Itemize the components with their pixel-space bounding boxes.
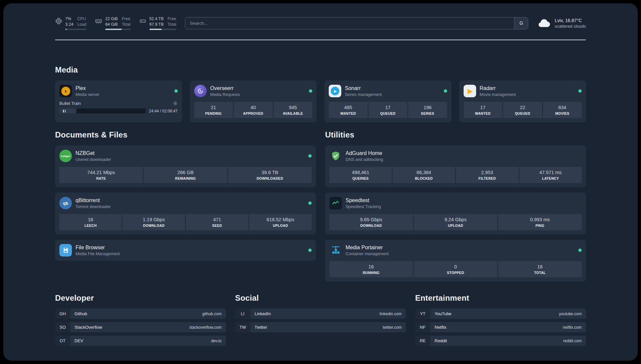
bookmark-reddit[interactable]: RE Redditreddit.com <box>415 336 586 346</box>
bookmark-name: Twitter <box>255 325 267 330</box>
stat-value: 196 <box>409 105 446 110</box>
service-name: Plex <box>76 85 99 91</box>
bookmark-linkedin[interactable]: LI LinkedInlinkedin.com <box>235 309 406 319</box>
service-card-qbittorrent[interactable]: qb qBittorrent Torrent downloader 16LEEC… <box>55 193 316 234</box>
bookmark-dev[interactable]: DT DEVdev.to <box>55 336 226 346</box>
section-title-social: Social <box>235 293 406 303</box>
stat-label: WANTED <box>329 111 367 115</box>
service-name: Media Portainer <box>346 245 389 251</box>
stat-box: 0STOPPED <box>414 261 497 277</box>
service-header: ▶ Radarr Movie management <box>464 85 582 97</box>
speedtest-graph-icon <box>329 197 342 209</box>
stat-value: 744.21 Mbps <box>60 170 142 175</box>
topbar-divider <box>55 40 586 40</box>
section-social: Social LI LinkedInlinkedin.com TW Twitte… <box>235 293 406 336</box>
service-subtitle: Speedtest Tracking <box>346 204 381 209</box>
stat-label: RATE <box>60 176 142 180</box>
stat-label: QUEUED <box>369 111 407 115</box>
bookmark-url: linkedin.com <box>380 312 402 316</box>
bookmark-body: YouTubeyoutube.com <box>430 309 586 319</box>
cpu-load-value: 3.24 <box>65 22 73 27</box>
bookmark-url: twitter.com <box>383 325 402 330</box>
service-card-nzbget[interactable]: nzbget NZBGet Usenet downloader 744.21 M… <box>55 145 316 187</box>
stat-box: 22QUEUED <box>503 102 542 118</box>
service-header: nzbget NZBGet Usenet downloader <box>59 150 312 162</box>
service-card-adguard[interactable]: AdGuard Home DNS and adblocking 498,461Q… <box>325 145 586 187</box>
service-card-portainer[interactable]: Media Portainer Container management 16R… <box>325 240 586 282</box>
stat-box: 0.993 msPING <box>498 214 582 230</box>
service-meta: Speedtest Speedtest Tracking <box>346 197 381 209</box>
bookmark-abbr: LI <box>235 309 250 319</box>
bookmark-abbr: DT <box>55 336 70 346</box>
section-documents: Documents & Files nzbget NZBGet Usenet d… <box>55 130 316 282</box>
service-subtitle: Movie management <box>480 92 516 97</box>
gear-icon[interactable] <box>173 101 178 106</box>
section-title-developer: Developer <box>55 293 226 303</box>
cpu-label: CPU <box>77 16 86 22</box>
stat-label: DOWNLOAD <box>123 224 184 228</box>
service-card-radarr[interactable]: ▶ Radarr Movie management 17WANTED 22QUE… <box>459 80 586 122</box>
hard-drive-icon <box>139 17 146 25</box>
bookmark-abbr: YT <box>415 309 430 319</box>
bookmark-twitter[interactable]: TW Twittertwitter.com <box>235 322 406 332</box>
service-header: Overseerr Media Requests <box>194 85 313 97</box>
stat-value: 618.52 Mbps <box>250 217 311 222</box>
memory-free-label: Free <box>122 16 130 22</box>
service-card-plex[interactable]: › Plex Media server Bullet Train <box>55 80 182 122</box>
stat-box: 16TOTAL <box>498 261 582 277</box>
status-online-dot <box>174 89 178 93</box>
bookmark-stackoverflow[interactable]: SO StackOverflowstackoverflow.com <box>55 322 226 332</box>
stat-label: DOWNLOAD <box>330 224 412 228</box>
weather-location: Lviv, 16.87°C <box>555 18 586 23</box>
search-provider-button[interactable]: G <box>514 17 528 29</box>
now-playing-title: Bullet Train <box>59 101 81 106</box>
service-header: qb qBittorrent Torrent downloader <box>59 197 312 209</box>
stat-value: 86,384 <box>393 170 454 175</box>
service-card-filebrowser[interactable]: File Browser Media File Management <box>55 240 316 261</box>
playback-progress-bar[interactable] <box>59 108 146 113</box>
bookmark-name: Github <box>75 311 87 316</box>
stat-label: LATENCY <box>520 176 581 180</box>
service-name: Sonarr <box>345 85 382 91</box>
service-stats: 744.21 MbpsRATE 266 GBREMAINING 39.6 TBD… <box>59 167 312 183</box>
service-name: NZBGet <box>76 150 111 156</box>
bookmark-youtube[interactable]: YT YouTubeyoutube.com <box>415 309 586 319</box>
service-card-overseerr[interactable]: Overseerr Media Requests 21PENDING 40APP… <box>190 80 317 122</box>
service-card-sonarr[interactable]: ▶ Sonarr Series management 485WANTED 17Q… <box>324 80 451 122</box>
service-stats: 21PENDING 40APPROVED 945AVAILABLE <box>194 102 313 118</box>
stat-label: UPLOAD <box>250 224 311 228</box>
pause-icon[interactable] <box>63 110 66 112</box>
status-online-dot <box>308 201 312 205</box>
bookmark-netflix[interactable]: NF Netflixnetflix.com <box>415 322 586 332</box>
section-developer: Developer GH Githubgithub.com SO StackOv… <box>55 293 226 349</box>
disk-bar <box>149 29 176 30</box>
weather-condition: scattered clouds <box>555 24 586 29</box>
bookmark-body: Netflixnetflix.com <box>430 322 586 332</box>
bookmark-url: stackoverflow.com <box>189 325 222 330</box>
search-input[interactable] <box>185 21 514 26</box>
stat-value: 22 <box>504 105 541 110</box>
cpu-widget: 7% CPU 3.24 Load <box>55 16 86 30</box>
service-meta: NZBGet Usenet downloader <box>76 150 111 162</box>
stat-box: 1.19 GbpsDOWNLOAD <box>123 214 185 230</box>
service-card-speedtest[interactable]: Speedtest Speedtest Tracking 9.65 GbpsDO… <box>325 193 586 234</box>
stat-box: 196SERIES <box>408 102 447 118</box>
disk-total-label: Total <box>168 22 176 27</box>
stat-label: QUEUED <box>504 111 541 115</box>
stat-box: 618.52 MbpsUPLOAD <box>249 214 312 230</box>
stat-box: 47.571 msLATENCY <box>519 167 582 183</box>
service-header: AdGuard Home DNS and adblocking <box>329 150 582 162</box>
stat-label: APPROVED <box>234 111 272 115</box>
bookmark-github[interactable]: GH Githubgithub.com <box>55 309 226 319</box>
cpu-bar <box>65 29 86 30</box>
stat-box: 834MOVIES <box>543 102 582 118</box>
sonarr-icon: ▶ <box>329 85 341 97</box>
stat-value: 485 <box>329 105 367 110</box>
section-title-entertainment: Entertainment <box>415 293 586 303</box>
stat-label: MOVIES <box>544 111 581 115</box>
stat-value: 471 <box>187 217 248 222</box>
stat-box: 485WANTED <box>329 102 368 118</box>
stat-label: DOWNLOADED <box>229 176 311 180</box>
stat-value: 945 <box>274 105 312 110</box>
plex-now-playing-widget: Bullet Train 24:44 / 02:06:47 <box>59 101 178 113</box>
